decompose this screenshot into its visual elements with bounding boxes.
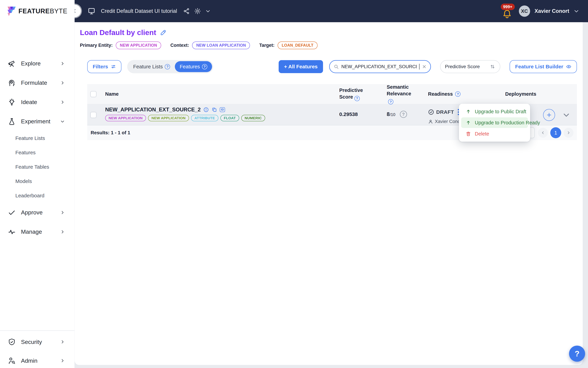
search-icon (333, 64, 339, 69)
sliders-icon (111, 64, 116, 69)
notifications-button[interactable]: 999+ (501, 3, 514, 19)
clear-search-icon[interactable] (422, 64, 427, 69)
tag-attribute: ATTRIBUTE (191, 115, 218, 121)
chevron-down-icon (58, 119, 67, 124)
tag-entity: NEW APPLICATION (105, 115, 146, 121)
next-page-button[interactable] (564, 128, 573, 138)
readiness-context-menu: Upgrade to Public Draft Upgrade to Produ… (459, 104, 530, 142)
filters-label: Filters (93, 64, 108, 70)
target-pill[interactable]: LOAN_DEFAULT (278, 42, 318, 49)
sort-select[interactable]: Predictive Score (440, 60, 500, 73)
share-icon[interactable] (183, 8, 190, 14)
all-features-button[interactable]: + All Features (279, 60, 323, 73)
feature-name[interactable]: NEW_APPLICATION_EXT_SOURCE_2 (105, 107, 201, 113)
column-header-name[interactable]: Name (105, 91, 119, 97)
filters-button[interactable]: Filters (87, 60, 121, 73)
chevron-down-icon[interactable] (574, 8, 579, 14)
sidebar-item-ideate[interactable]: Ideate (0, 92, 74, 112)
select-all-checkbox[interactable] (90, 91, 97, 97)
add-deployment-button[interactable] (543, 109, 555, 121)
sidebar-item-models[interactable]: Models (0, 174, 74, 188)
primary-entity-pill[interactable]: NEW APPLICATION (116, 42, 161, 49)
help-icon[interactable]: ? (455, 92, 461, 97)
sidebar-item-explore[interactable]: Explore (0, 54, 74, 73)
sidebar-item-feature-tables[interactable]: Feature Tables (0, 160, 74, 174)
column-header-deployments[interactable]: Deployments (505, 91, 536, 97)
help-icon[interactable]: ? (388, 99, 393, 104)
lightbulb-icon (8, 98, 16, 106)
brand-name: FEATUREBYTE (18, 8, 67, 15)
sidebar: FEATUREBYTE Explore Form (0, 0, 75, 368)
brand-logo[interactable]: FEATUREBYTE (0, 0, 74, 22)
sidebar-nav: Explore Formulate (0, 54, 74, 241)
gear-icon[interactable] (194, 8, 201, 15)
edit-pencil-icon[interactable] (160, 29, 167, 36)
chevron-down-icon[interactable] (205, 9, 211, 14)
sidebar-item-formulate[interactable]: Formulate (0, 73, 74, 92)
feature-owner: Xavier Cono (435, 119, 460, 124)
monitor-icon (88, 7, 95, 15)
sidebar-item-feature-lists[interactable]: Feature Lists (0, 131, 74, 145)
search-input[interactable]: NEW_APPLICATION_EXT_SOURCE_2 (329, 60, 431, 73)
eye-icon (566, 64, 571, 69)
telescope-icon (8, 60, 16, 67)
target-label: Target: (259, 43, 275, 48)
menu-item-delete[interactable]: Delete (461, 129, 528, 139)
shield-check-icon (8, 338, 16, 346)
featurebyte-logo-icon (7, 6, 16, 16)
tag-table: NEW APPLICATION (148, 115, 189, 121)
chevron-right-icon (58, 61, 67, 66)
sidebar-item-admin[interactable]: Admin (0, 351, 74, 368)
column-header-predictive-score[interactable]: Predictive Score? (339, 87, 368, 101)
id-icon[interactable]: ID (220, 107, 225, 112)
context-pill[interactable]: NEW LOAN APPLICATION (192, 42, 250, 49)
chevron-right-icon (58, 359, 67, 363)
tab-features[interactable]: Features ? (175, 61, 212, 72)
sidebar-item-security[interactable]: Security (0, 332, 74, 351)
topbar-user-area: 999+ XC Xavier Conort (501, 3, 588, 19)
sidebar-item-approve[interactable]: Approve (0, 203, 74, 222)
context-label: Context: (170, 43, 189, 48)
bell-icon (502, 9, 512, 19)
help-icon[interactable]: ? (202, 64, 207, 69)
expand-row-chevron-icon[interactable] (562, 111, 570, 119)
menu-item-upgrade-public-draft[interactable]: Upgrade to Public Draft (461, 106, 528, 117)
current-page-button[interactable]: 1 (550, 127, 561, 138)
results-count: Results: 1 - 1 of 1 (91, 130, 130, 136)
chevron-right-icon (58, 100, 67, 104)
main-content: Loan Default by client Primary Entity: N… (75, 22, 583, 365)
sidebar-item-label: Approve (21, 209, 43, 216)
tab-feature-lists[interactable]: Feature Lists ? (128, 61, 175, 72)
topbar: Credit Default Dataset UI tutorial (75, 0, 588, 22)
previous-page-button[interactable] (538, 128, 548, 138)
tag-numeric: NUMERIC (241, 115, 265, 121)
menu-item-upgrade-production-ready[interactable]: Upgrade to Production Ready (461, 117, 528, 128)
feature-list-builder-button[interactable]: Feature List Builder (510, 60, 577, 73)
user-avatar[interactable]: XC (519, 5, 530, 17)
row-checkbox[interactable] (90, 112, 97, 118)
primary-entity-label: Primary Entity: (80, 43, 113, 48)
readiness-status: DRAFT (436, 109, 454, 115)
pulse-icon (8, 228, 16, 236)
help-icon[interactable]: ? (165, 64, 170, 69)
sidebar-item-experiment[interactable]: Experiment (0, 112, 74, 131)
help-icon[interactable]: ? (400, 111, 407, 118)
help-icon[interactable]: ? (355, 96, 360, 101)
catalog-title: Credit Default Dataset UI tutorial (101, 8, 177, 14)
user-name: Xavier Conort (535, 8, 569, 14)
tab-label: Features (180, 64, 200, 70)
sidebar-item-leaderboard[interactable]: Leaderboard (0, 188, 74, 203)
column-header-semantic-relevance[interactable]: Semantic Relevance? (387, 84, 416, 105)
list-type-segmented-control: Feature Lists ? Features ? (127, 60, 213, 73)
sidebar-item-features[interactable]: Features (0, 145, 74, 160)
copy-icon[interactable] (212, 107, 217, 112)
experiment-submenu: Feature Lists Features Feature Tables Mo… (0, 131, 74, 203)
info-icon[interactable] (203, 107, 209, 112)
help-fab-button[interactable]: ? (569, 346, 585, 362)
sidebar-item-manage[interactable]: Manage (0, 222, 74, 241)
menu-item-label: Upgrade to Public Draft (475, 109, 526, 114)
trash-icon (466, 131, 471, 137)
column-header-readiness[interactable]: Readiness (428, 91, 453, 97)
page-title: Loan Default by client (80, 28, 156, 37)
chevron-right-icon (58, 340, 67, 344)
